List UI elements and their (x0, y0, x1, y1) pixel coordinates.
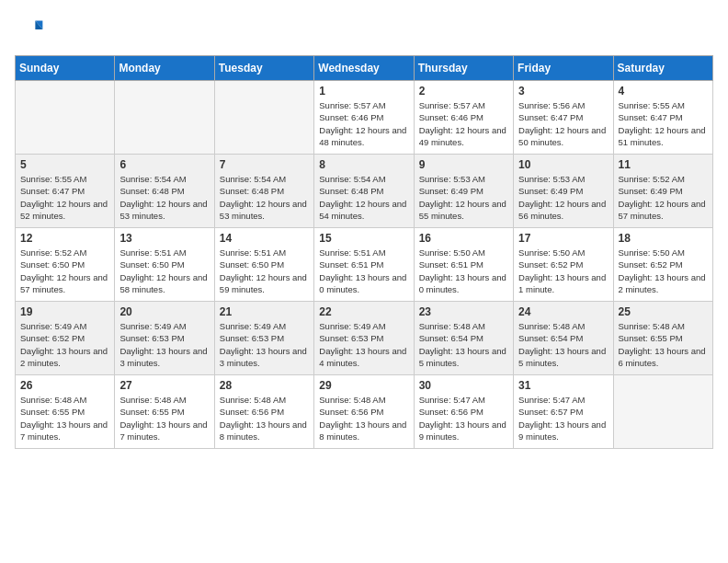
day-header-wednesday: Wednesday (314, 56, 414, 81)
day-number: 15 (319, 232, 408, 245)
calendar-cell: 4Sunrise: 5:55 AMSunset: 6:47 PMDaylight… (613, 81, 712, 155)
calendar-cell: 12Sunrise: 5:52 AMSunset: 6:50 PMDayligh… (16, 228, 115, 302)
day-info: Sunrise: 5:49 AMSunset: 6:53 PMDaylight:… (119, 320, 209, 369)
calendar-cell: 5Sunrise: 5:55 AMSunset: 6:47 PMDaylight… (16, 155, 115, 228)
calendar-week-2: 5Sunrise: 5:55 AMSunset: 6:47 PMDaylight… (16, 155, 713, 228)
calendar-body: 1Sunrise: 5:57 AMSunset: 6:46 PMDaylight… (16, 81, 713, 449)
day-header-thursday: Thursday (414, 56, 513, 81)
day-number: 21 (220, 305, 309, 318)
day-info: Sunrise: 5:47 AMSunset: 6:57 PMDaylight:… (518, 394, 608, 442)
page-header (15, 15, 713, 44)
day-info: Sunrise: 5:55 AMSunset: 6:47 PMDaylight:… (619, 99, 708, 148)
day-info: Sunrise: 5:48 AMSunset: 6:54 PMDaylight:… (518, 320, 608, 369)
calendar-week-3: 12Sunrise: 5:52 AMSunset: 6:50 PMDayligh… (16, 228, 713, 302)
day-header-tuesday: Tuesday (214, 56, 313, 81)
day-number: 6 (119, 158, 209, 171)
day-info: Sunrise: 5:48 AMSunset: 6:55 PMDaylight:… (619, 320, 708, 369)
day-header-monday: Monday (115, 56, 214, 81)
day-info: Sunrise: 5:51 AMSunset: 6:50 PMDaylight:… (119, 247, 209, 295)
calendar-cell (214, 81, 313, 155)
calendar-cell: 23Sunrise: 5:48 AMSunset: 6:54 PMDayligh… (414, 302, 513, 375)
day-number: 19 (20, 305, 109, 318)
day-number: 14 (220, 232, 309, 245)
calendar-cell: 10Sunrise: 5:53 AMSunset: 6:49 PMDayligh… (514, 155, 613, 228)
day-number: 28 (220, 379, 309, 392)
day-info: Sunrise: 5:55 AMSunset: 6:47 PMDaylight:… (20, 173, 109, 222)
calendar-cell: 6Sunrise: 5:54 AMSunset: 6:48 PMDaylight… (115, 155, 214, 228)
day-info: Sunrise: 5:48 AMSunset: 6:54 PMDaylight:… (419, 320, 508, 369)
day-number: 3 (518, 85, 608, 98)
calendar-cell: 21Sunrise: 5:49 AMSunset: 6:53 PMDayligh… (214, 302, 313, 375)
calendar-cell: 2Sunrise: 5:57 AMSunset: 6:46 PMDaylight… (414, 81, 513, 155)
calendar-cell: 1Sunrise: 5:57 AMSunset: 6:46 PMDaylight… (314, 81, 414, 155)
day-number: 4 (619, 85, 708, 98)
calendar-cell: 17Sunrise: 5:50 AMSunset: 6:52 PMDayligh… (514, 228, 613, 302)
day-number: 27 (119, 379, 209, 392)
day-number: 26 (20, 379, 109, 392)
calendar-cell (16, 81, 115, 155)
day-number: 31 (518, 379, 608, 392)
calendar-week-1: 1Sunrise: 5:57 AMSunset: 6:46 PMDaylight… (16, 81, 713, 155)
calendar-week-5: 26Sunrise: 5:48 AMSunset: 6:55 PMDayligh… (16, 375, 713, 449)
day-header-sunday: Sunday (16, 56, 115, 81)
calendar-cell: 26Sunrise: 5:48 AMSunset: 6:55 PMDayligh… (16, 375, 115, 449)
day-info: Sunrise: 5:47 AMSunset: 6:56 PMDaylight:… (419, 394, 508, 442)
day-info: Sunrise: 5:50 AMSunset: 6:52 PMDaylight:… (518, 247, 608, 295)
calendar-cell (613, 375, 712, 449)
calendar-cell: 14Sunrise: 5:51 AMSunset: 6:50 PMDayligh… (214, 228, 313, 302)
day-number: 7 (220, 158, 309, 171)
calendar-cell: 30Sunrise: 5:47 AMSunset: 6:56 PMDayligh… (414, 375, 513, 449)
calendar-cell: 28Sunrise: 5:48 AMSunset: 6:56 PMDayligh… (214, 375, 313, 449)
calendar-cell: 24Sunrise: 5:48 AMSunset: 6:54 PMDayligh… (514, 302, 613, 375)
calendar-cell: 20Sunrise: 5:49 AMSunset: 6:53 PMDayligh… (115, 302, 214, 375)
calendar-cell: 16Sunrise: 5:50 AMSunset: 6:51 PMDayligh… (414, 228, 513, 302)
calendar-cell: 9Sunrise: 5:53 AMSunset: 6:49 PMDaylight… (414, 155, 513, 228)
day-header-saturday: Saturday (613, 56, 712, 81)
day-info: Sunrise: 5:49 AMSunset: 6:52 PMDaylight:… (20, 320, 109, 369)
day-info: Sunrise: 5:48 AMSunset: 6:55 PMDaylight:… (119, 394, 209, 442)
day-number: 8 (319, 158, 408, 171)
day-number: 17 (518, 232, 608, 245)
day-info: Sunrise: 5:52 AMSunset: 6:50 PMDaylight:… (20, 247, 109, 295)
day-number: 30 (419, 379, 508, 392)
day-number: 18 (619, 232, 708, 245)
calendar-cell: 29Sunrise: 5:48 AMSunset: 6:56 PMDayligh… (314, 375, 414, 449)
calendar-cell: 22Sunrise: 5:49 AMSunset: 6:53 PMDayligh… (314, 302, 414, 375)
day-number: 10 (518, 158, 608, 171)
day-info: Sunrise: 5:48 AMSunset: 6:55 PMDaylight:… (20, 394, 109, 442)
day-info: Sunrise: 5:54 AMSunset: 6:48 PMDaylight:… (119, 173, 209, 222)
logo-icon (15, 15, 44, 44)
day-info: Sunrise: 5:52 AMSunset: 6:49 PMDaylight:… (619, 173, 708, 222)
calendar-table: SundayMondayTuesdayWednesdayThursdayFrid… (15, 55, 713, 449)
day-info: Sunrise: 5:50 AMSunset: 6:51 PMDaylight:… (419, 247, 508, 295)
day-info: Sunrise: 5:49 AMSunset: 6:53 PMDaylight:… (319, 320, 408, 369)
day-number: 5 (20, 158, 109, 171)
day-info: Sunrise: 5:49 AMSunset: 6:53 PMDaylight:… (220, 320, 309, 369)
day-number: 1 (319, 85, 408, 98)
day-info: Sunrise: 5:50 AMSunset: 6:52 PMDaylight:… (619, 247, 708, 295)
calendar-cell: 25Sunrise: 5:48 AMSunset: 6:55 PMDayligh… (613, 302, 712, 375)
calendar-cell: 13Sunrise: 5:51 AMSunset: 6:50 PMDayligh… (115, 228, 214, 302)
day-info: Sunrise: 5:48 AMSunset: 6:56 PMDaylight:… (319, 394, 408, 442)
day-info: Sunrise: 5:48 AMSunset: 6:56 PMDaylight:… (220, 394, 309, 442)
day-number: 20 (119, 305, 209, 318)
day-number: 2 (419, 85, 508, 98)
calendar-cell: 27Sunrise: 5:48 AMSunset: 6:55 PMDayligh… (115, 375, 214, 449)
calendar-cell: 7Sunrise: 5:54 AMSunset: 6:48 PMDaylight… (214, 155, 313, 228)
day-number: 22 (319, 305, 408, 318)
calendar-cell: 15Sunrise: 5:51 AMSunset: 6:51 PMDayligh… (314, 228, 414, 302)
calendar-cell: 3Sunrise: 5:56 AMSunset: 6:47 PMDaylight… (514, 81, 613, 155)
day-info: Sunrise: 5:51 AMSunset: 6:51 PMDaylight:… (319, 247, 408, 295)
day-number: 12 (20, 232, 109, 245)
calendar-header: SundayMondayTuesdayWednesdayThursdayFrid… (16, 56, 713, 81)
day-header-friday: Friday (514, 56, 613, 81)
day-info: Sunrise: 5:51 AMSunset: 6:50 PMDaylight:… (220, 247, 309, 295)
calendar-cell: 19Sunrise: 5:49 AMSunset: 6:52 PMDayligh… (16, 302, 115, 375)
calendar-cell: 18Sunrise: 5:50 AMSunset: 6:52 PMDayligh… (613, 228, 712, 302)
day-info: Sunrise: 5:57 AMSunset: 6:46 PMDaylight:… (319, 99, 408, 148)
day-info: Sunrise: 5:53 AMSunset: 6:49 PMDaylight:… (518, 173, 608, 222)
day-info: Sunrise: 5:56 AMSunset: 6:47 PMDaylight:… (518, 99, 608, 148)
day-number: 9 (419, 158, 508, 171)
calendar-cell: 11Sunrise: 5:52 AMSunset: 6:49 PMDayligh… (613, 155, 712, 228)
day-number: 24 (518, 305, 608, 318)
